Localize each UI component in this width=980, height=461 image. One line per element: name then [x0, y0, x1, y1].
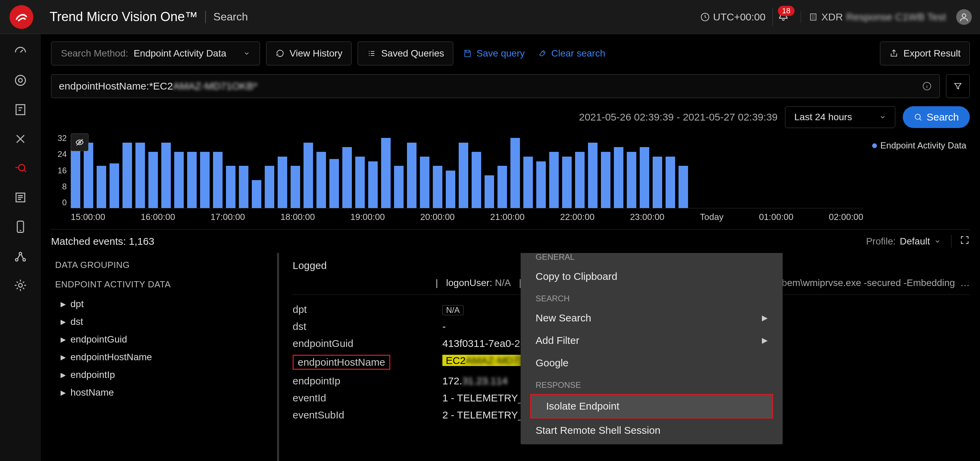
- ctx-copy-clipboard[interactable]: Copy to Clipboard: [520, 265, 783, 288]
- ctx-remote-shell[interactable]: Start Remote Shell Session: [520, 419, 783, 442]
- nav-search-active[interactable]: [13, 161, 28, 176]
- chart-bar[interactable]: [562, 156, 572, 208]
- results-panel: Logged | logonUser: N/A | ol :\wbem\wmip…: [279, 253, 970, 461]
- chart-bar[interactable]: [446, 171, 455, 208]
- save-query-link[interactable]: Save query: [460, 48, 528, 59]
- filter-button[interactable]: [946, 74, 970, 98]
- chart-bar[interactable]: [265, 166, 274, 208]
- chart-bar[interactable]: [355, 156, 365, 208]
- saved-queries-button[interactable]: Saved Queries: [358, 41, 453, 65]
- chart-bar[interactable]: [459, 143, 468, 208]
- chart-bar[interactable]: [187, 152, 197, 208]
- report-icon: [13, 102, 28, 117]
- ctx-new-search[interactable]: New Search▶: [520, 307, 783, 329]
- chart-bar[interactable]: [498, 166, 507, 208]
- chart-bar[interactable]: [588, 143, 598, 208]
- user-avatar[interactable]: [956, 9, 972, 25]
- chart-bar[interactable]: [627, 152, 636, 208]
- chart-bar[interactable]: [653, 156, 662, 208]
- chart-bar[interactable]: [304, 143, 313, 208]
- chart-bar[interactable]: [511, 138, 520, 208]
- chart-bar[interactable]: [679, 166, 688, 208]
- chart-bar[interactable]: [472, 152, 481, 208]
- grouping-field-endpointHostName[interactable]: ▶endpointHostName: [55, 348, 274, 366]
- ctx-google[interactable]: Google: [520, 352, 783, 374]
- ctx-add-filter[interactable]: Add Filter▶: [520, 329, 783, 352]
- chart-bar[interactable]: [433, 166, 442, 208]
- time-range-text: 2021-05-26 02:39:39 - 2021-05-27 02:39:3…: [579, 111, 778, 123]
- grouping-field-hostName[interactable]: ▶hostName: [55, 384, 274, 401]
- chart-bar[interactable]: [368, 161, 378, 208]
- notifications-button[interactable]: 18: [772, 8, 794, 26]
- chart-bar[interactable]: [200, 152, 210, 208]
- grouping-field-endpointIp[interactable]: ▶endpointIp: [55, 366, 274, 384]
- export-result-button[interactable]: Export Result: [880, 41, 970, 65]
- svg-point-3: [15, 75, 25, 85]
- chart-bar[interactable]: [549, 152, 559, 208]
- grouping-field-endpointGuid[interactable]: ▶endpointGuid: [55, 330, 274, 348]
- grouping-field-dpt[interactable]: ▶dpt: [55, 295, 274, 313]
- chart-bar[interactable]: [640, 147, 649, 208]
- chart-bar[interactable]: [420, 156, 430, 208]
- data-grouping-panel: DATA GROUPING ENDPOINT ACTIVITY DATA ▶dp…: [51, 253, 279, 461]
- chart-bar[interactable]: [317, 152, 326, 208]
- query-input[interactable]: endpointHostName:*EC2AMAZ-MD71OKB*: [51, 74, 940, 98]
- chart-bar[interactable]: [523, 156, 533, 208]
- chart-bar[interactable]: [97, 166, 106, 208]
- chart-bar[interactable]: [252, 180, 261, 208]
- nav-scan[interactable]: [13, 73, 28, 88]
- chart-bar[interactable]: [213, 152, 223, 208]
- chart-bar[interactable]: [485, 175, 494, 208]
- chart-bar[interactable]: [161, 143, 171, 208]
- topbar: Trend Micro Vision One™ Search UTC+00:00…: [0, 0, 980, 34]
- chart-bar[interactable]: [291, 166, 300, 208]
- chart-bar[interactable]: [148, 152, 158, 208]
- chart-bar[interactable]: [536, 161, 546, 208]
- export-icon: [889, 49, 899, 58]
- chart-bar[interactable]: [394, 166, 404, 208]
- nav-graph[interactable]: [13, 249, 28, 263]
- tenant-display[interactable]: XDR Response C1WB Test: [801, 11, 946, 23]
- view-history-button[interactable]: View History: [266, 41, 352, 65]
- chart-bar[interactable]: [123, 143, 132, 208]
- nav-settings[interactable]: [13, 278, 28, 293]
- chart-bar[interactable]: [575, 152, 585, 208]
- nav-cross[interactable]: [13, 131, 28, 147]
- chart-bar[interactable]: [407, 143, 417, 208]
- info-icon[interactable]: [922, 81, 932, 91]
- chart-bar[interactable]: [614, 147, 624, 208]
- svg-point-12: [19, 284, 22, 287]
- scan-icon: [13, 73, 28, 88]
- chart-bar[interactable]: [71, 147, 80, 208]
- ctx-isolate-endpoint[interactable]: Isolate Endpoint: [531, 395, 772, 418]
- chart-bar[interactable]: [110, 163, 119, 208]
- timezone-selector[interactable]: UTC+00:00: [700, 11, 765, 23]
- chart-y-axis: 32241680: [51, 134, 67, 207]
- chart-bar[interactable]: [342, 147, 352, 208]
- gauge-icon: [13, 43, 28, 59]
- chart-bar[interactable]: [226, 166, 235, 208]
- expand-button[interactable]: [951, 235, 970, 247]
- nav-mobile[interactable]: [13, 219, 28, 234]
- context-menu: GENERAL Copy to Clipboard SEARCH New Sea…: [520, 253, 783, 444]
- time-preset-dropdown[interactable]: Last 24 hours: [785, 106, 895, 128]
- chart-bar[interactable]: [239, 166, 248, 208]
- chart-bar[interactable]: [381, 138, 391, 208]
- chart-bar[interactable]: [666, 156, 675, 208]
- search-method-dropdown[interactable]: Search Method: Endpoint Activity Data: [51, 41, 260, 65]
- detail-key-dpt: dpt: [293, 304, 429, 315]
- nav-list[interactable]: [13, 190, 28, 205]
- chart-bar[interactable]: [278, 156, 287, 208]
- chart-bar[interactable]: [135, 143, 145, 208]
- chart-bar[interactable]: [174, 152, 184, 208]
- search-button[interactable]: Search: [903, 106, 970, 128]
- chart-bar[interactable]: [601, 152, 611, 208]
- nav-report[interactable]: [13, 102, 28, 117]
- nav-dashboard[interactable]: [13, 43, 28, 59]
- profile-selector[interactable]: Profile: Default: [866, 236, 941, 247]
- chart-bar[interactable]: [84, 143, 93, 208]
- chart-bar[interactable]: [329, 159, 339, 208]
- grouping-field-dst[interactable]: ▶dst: [55, 313, 274, 330]
- clear-search-link[interactable]: Clear search: [534, 48, 609, 59]
- chart-visibility-toggle[interactable]: [71, 134, 89, 151]
